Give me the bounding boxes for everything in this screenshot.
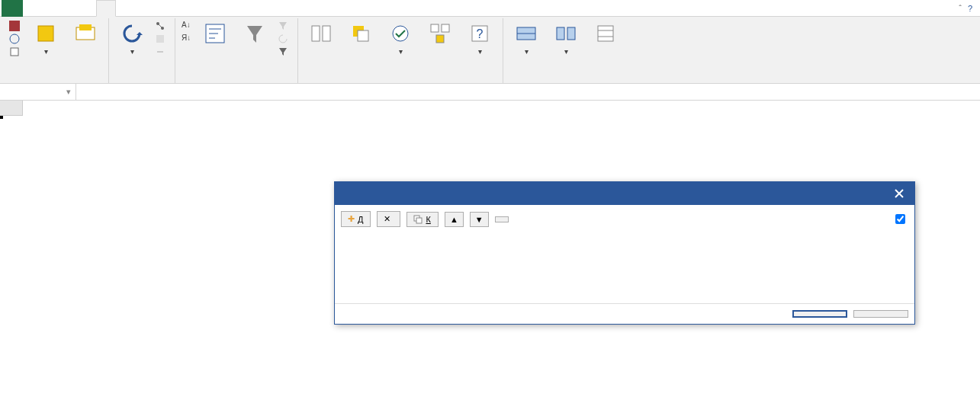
formula-input[interactable]: [84, 86, 977, 98]
sort-dialog: ✚Д ✕ К ▲ ▼: [334, 181, 915, 325]
sort-icon: [203, 21, 227, 46]
headers-checkbox-input[interactable]: [895, 214, 905, 224]
svg-rect-23: [431, 24, 439, 32]
svg-marker-17: [279, 48, 287, 56]
tab-insert[interactable]: [41, 0, 59, 17]
move-down-button[interactable]: ▼: [470, 212, 489, 227]
from-web[interactable]: [8, 33, 24, 45]
subtotal-icon: [593, 21, 618, 46]
svg-rect-2: [11, 48, 18, 56]
group-label: [114, 73, 170, 84]
svg-rect-18: [312, 26, 320, 41]
group-icon: [514, 21, 538, 46]
remove-duplicates[interactable]: [342, 20, 379, 49]
sort-za-icon: Я↓: [182, 34, 192, 44]
reapply-icon: [278, 34, 288, 44]
what-if[interactable]: ?▾: [461, 20, 498, 57]
dialog-titlebar[interactable]: [335, 182, 914, 205]
advanced-filter[interactable]: [276, 46, 293, 58]
group-sort-filter: А↓ Я↓: [175, 18, 298, 84]
cancel-button[interactable]: [853, 310, 908, 318]
clear-filter: [276, 20, 293, 32]
existing-icon: [73, 21, 98, 46]
filter-button[interactable]: [236, 20, 273, 49]
whatif-icon: ?: [468, 21, 492, 46]
help-icon[interactable]: ˆ: [959, 4, 962, 13]
edit-links-btn: [153, 46, 170, 58]
svg-marker-16: [279, 22, 287, 30]
consolidate[interactable]: [422, 20, 458, 49]
svg-rect-21: [358, 30, 368, 41]
conn-icon: [155, 21, 165, 31]
delete-level-button[interactable]: ✕: [377, 211, 400, 227]
close-icon[interactable]: [892, 186, 907, 201]
from-access[interactable]: [8, 20, 24, 32]
svg-line-9: [158, 24, 162, 28]
valid-icon: [388, 21, 413, 46]
tab-acrobat[interactable]: [153, 0, 171, 17]
ribbon: ▾ ▾ А↓ Я↓: [0, 17, 980, 84]
access-icon: [9, 21, 20, 31]
name-box[interactable]: ▾: [0, 84, 76, 101]
group-connections: ▾: [109, 18, 175, 84]
svg-rect-25: [436, 35, 444, 43]
tab-layout[interactable]: [59, 0, 78, 17]
tab-review[interactable]: [116, 0, 134, 17]
sort-button[interactable]: [197, 20, 233, 49]
group-btn[interactable]: ▾: [508, 20, 545, 57]
group-external-data: ▾: [3, 18, 109, 84]
options-button[interactable]: [495, 216, 509, 222]
svg-marker-6: [137, 32, 143, 35]
refresh-icon: [120, 21, 144, 46]
sort-desc[interactable]: Я↓: [180, 33, 194, 45]
connections-btn[interactable]: [153, 20, 170, 32]
copy-icon: [413, 215, 423, 224]
t2c-icon: [309, 21, 333, 46]
svg-marker-15: [247, 26, 262, 43]
ok-button[interactable]: [792, 310, 847, 318]
data-validation[interactable]: ▾: [382, 20, 419, 57]
ungroup-btn[interactable]: ▾: [548, 20, 584, 57]
subtotal-btn[interactable]: [587, 20, 624, 49]
text-to-columns[interactable]: [303, 20, 339, 49]
sort-asc[interactable]: А↓: [180, 20, 194, 32]
ribbon-tabs: ˆ ?: [0, 0, 980, 17]
svg-rect-0: [9, 21, 20, 31]
tab-data[interactable]: [96, 0, 116, 17]
ungroup-icon: [554, 21, 578, 46]
sort-az-icon: А↓: [182, 21, 192, 31]
group-label: [8, 73, 104, 84]
tab-formulas[interactable]: [78, 0, 96, 17]
col-order-head: [722, 233, 815, 236]
help-icon[interactable]: ?: [968, 4, 972, 13]
svg-rect-24: [442, 24, 449, 32]
group-data-tools: ▾ ?▾: [298, 18, 503, 84]
move-up-button[interactable]: ▲: [445, 212, 464, 227]
svg-rect-5: [79, 24, 92, 30]
refresh-all[interactable]: ▾: [114, 20, 150, 57]
formula-bar: ▾: [0, 84, 980, 101]
props-icon: [155, 34, 165, 44]
col-sort-head: [539, 233, 722, 236]
select-all-corner[interactable]: [0, 101, 23, 116]
add-icon: ✚: [348, 214, 355, 224]
svg-point-22: [393, 26, 408, 41]
dup-icon: [349, 21, 373, 46]
svg-rect-3: [38, 26, 53, 41]
svg-text:?: ?: [477, 27, 484, 40]
copy-level-button[interactable]: К: [406, 212, 438, 227]
svg-rect-31: [567, 27, 575, 40]
consol-icon: [428, 21, 452, 46]
tab-home[interactable]: [23, 0, 41, 17]
from-text[interactable]: [8, 46, 24, 58]
filter-icon: [243, 21, 267, 46]
from-other-sources[interactable]: ▾: [27, 20, 64, 57]
svg-rect-38: [416, 218, 422, 223]
headers-checkbox[interactable]: [895, 214, 908, 224]
tab-view[interactable]: [134, 0, 153, 17]
existing-connections[interactable]: [67, 20, 104, 49]
add-level-button[interactable]: ✚Д: [341, 211, 371, 227]
help-icon[interactable]: [870, 186, 885, 201]
file-tab[interactable]: [2, 0, 23, 17]
svg-rect-19: [323, 26, 330, 41]
